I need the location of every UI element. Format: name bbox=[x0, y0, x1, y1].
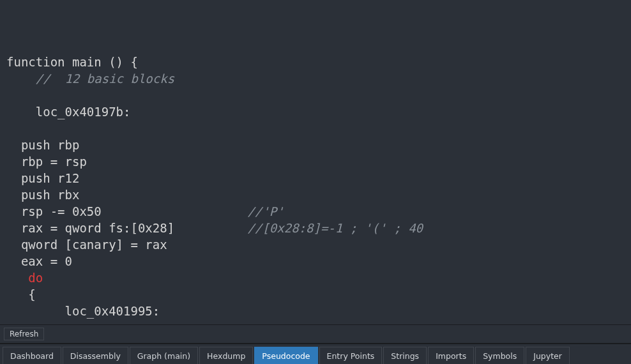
code-line: rsp -= 0x50 //'P' bbox=[6, 203, 625, 220]
code-line: rbp = rsp bbox=[6, 153, 625, 170]
code-line: push rbp bbox=[6, 137, 625, 153]
code-line: function main () { bbox=[6, 54, 625, 70]
code-line bbox=[6, 120, 625, 137]
tab-symbols[interactable]: Symbols bbox=[475, 347, 524, 364]
tab-disassembly[interactable]: Disassembly bbox=[63, 347, 128, 364]
code-line bbox=[6, 319, 625, 324]
code-line: do bbox=[6, 269, 625, 286]
tab-imports[interactable]: Imports bbox=[428, 347, 474, 364]
tab-dashboard[interactable]: Dashboard bbox=[3, 347, 61, 364]
code-line: { bbox=[6, 286, 625, 303]
toolbar: Refresh bbox=[0, 324, 631, 344]
code-line: loc_0x401995: bbox=[6, 303, 625, 319]
code-line: loc_0x40197b: bbox=[6, 103, 625, 120]
code-comment: //'P' bbox=[248, 204, 284, 218]
code-line bbox=[6, 87, 625, 103]
tabbar: DashboardDisassemblyGraph (main)HexdumpP… bbox=[0, 344, 631, 364]
refresh-button[interactable]: Refresh bbox=[4, 328, 44, 340]
code-comment: //[0x28:8]=-1 ; '(' ; 40 bbox=[248, 221, 423, 235]
tab-pseudocode[interactable]: Pseudocode bbox=[254, 347, 317, 364]
code-line: rax = qword fs:[0x28] //[0x28:8]=-1 ; '(… bbox=[6, 220, 625, 236]
tab-hexdump[interactable]: Hexdump bbox=[199, 347, 253, 364]
code-line: // 12 basic blocks bbox=[6, 70, 625, 87]
tab-graph[interactable]: Graph (main) bbox=[130, 347, 198, 364]
pseudocode-view[interactable]: function main () { // 12 basic blocks lo… bbox=[0, 0, 631, 324]
tab-strings[interactable]: Strings bbox=[383, 347, 427, 364]
code-line: eax = 0 bbox=[6, 253, 625, 269]
code-line: qword [canary] = rax bbox=[6, 236, 625, 253]
tab-entrypoints[interactable]: Entry Points bbox=[319, 347, 383, 364]
code-line: push rbx bbox=[6, 186, 625, 203]
code-line: push r12 bbox=[6, 170, 625, 186]
tab-jupyter[interactable]: Jupyter bbox=[526, 347, 570, 364]
